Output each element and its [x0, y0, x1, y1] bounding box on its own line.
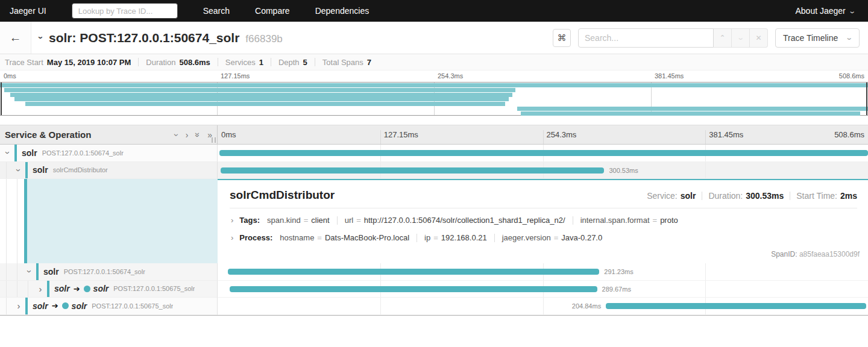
- span-duration-bar[interactable]: [228, 269, 599, 275]
- minimap-span-bar: [14, 97, 508, 101]
- search-clear-button[interactable]: ✕: [750, 28, 768, 48]
- tags-section-toggle[interactable]: ›Tags:span.kind=clienturl=http://127.0.0…: [231, 216, 857, 225]
- chevron-right-icon: ›: [231, 233, 233, 242]
- span-detail-highlight: [27, 179, 218, 263]
- summary-item: Services1: [225, 58, 263, 67]
- span-duration-bar[interactable]: [606, 303, 866, 309]
- tag-value: http://127.0.0.1:50674/solr/collection1_…: [364, 216, 565, 225]
- section-label: Process:: [239, 233, 272, 242]
- keyboard-shortcuts-button[interactable]: ⌘: [553, 29, 571, 47]
- span-row[interactable]: ›solr➔solrPOST:127.0.0.1:50675_solr204.8…: [0, 298, 868, 315]
- trace-id-lookup-input[interactable]: [72, 3, 178, 19]
- minimap-left-handle[interactable]: [1, 83, 2, 115]
- span-row[interactable]: ›solrPOST:127.0.0.1:50674_solr: [0, 145, 868, 162]
- span-duration-bar[interactable]: [230, 286, 597, 292]
- nav-link-search[interactable]: Search: [203, 6, 230, 16]
- span-row-timeline[interactable]: 204.84ms: [218, 298, 868, 315]
- span-row-timeline[interactable]: [218, 145, 868, 162]
- search-next-button[interactable]: ⌄: [732, 28, 750, 48]
- chevron-down-icon: ⌄: [845, 34, 853, 42]
- minimap-span-bar: [0, 83, 868, 87]
- trace-header-controls: ⌘ ⌃ ⌄ ✕ Trace Timeline ⌄: [553, 28, 860, 48]
- divider: [138, 58, 139, 66]
- minimap-span-bar: [10, 93, 512, 97]
- collapse-one-icon[interactable]: ›: [172, 133, 181, 136]
- back-button[interactable]: ←: [0, 22, 31, 54]
- span-row-name-cell[interactable]: ›solr➔solrPOST:127.0.0.1:50675_solr: [0, 298, 218, 315]
- span-row-timeline[interactable]: 291.23ms: [218, 263, 868, 281]
- span-row[interactable]: ›solr➔solrPOST:127.0.0.1:50675_solr289.6…: [0, 281, 868, 298]
- minimap-tick-label: 254.3ms: [438, 72, 463, 80]
- span-duration-bar[interactable]: [221, 167, 605, 174]
- collapse-span-icon[interactable]: ›: [3, 149, 13, 157]
- service-operation-header: Service & Operation ››»»: [0, 125, 218, 144]
- tree-guide-line: [17, 263, 17, 280]
- span-row-name-cell[interactable]: ›solr➔solrPOST:127.0.0.1:50675_solr: [0, 281, 218, 298]
- span-search-input[interactable]: [578, 28, 714, 48]
- section-label: Tags:: [239, 216, 260, 225]
- expand-one-icon[interactable]: ›: [186, 131, 189, 139]
- span-row-name-cell[interactable]: ›solrPOST:127.0.0.1:50674_solr: [0, 145, 218, 162]
- span-detail-title: solrCmdDistributor: [230, 189, 647, 202]
- tag-value: 192.168.0.21: [441, 233, 487, 242]
- summary-item: Depth5: [278, 58, 307, 67]
- span-operation-name: solrCmdDistributor: [53, 166, 108, 174]
- span-service-name: solr: [33, 301, 48, 311]
- span-row-timeline[interactable]: 300.53ms: [218, 162, 868, 180]
- span-duration-bar[interactable]: [219, 150, 868, 156]
- nav-link-compare[interactable]: Compare: [255, 6, 290, 16]
- timeline-tick-header: 0ms127.15ms254.3ms381.45ms508.6ms: [218, 125, 868, 144]
- collapse-all-icon[interactable]: »: [193, 133, 202, 137]
- span-detail-meta: Service:solrDuration:300.53msStart Time:…: [647, 191, 857, 201]
- span-row[interactable]: ›solrsolrCmdDistributor300.53ms: [0, 162, 868, 180]
- detail-meta-value: solr: [681, 191, 696, 201]
- nav-link-dependencies[interactable]: Dependencies: [315, 6, 370, 16]
- detail-meta-value: 2ms: [840, 191, 857, 201]
- about-jaeger-menu[interactable]: About Jaeger ⌄: [795, 6, 855, 16]
- summary-label: Services: [225, 58, 256, 67]
- summary-value: 5: [303, 58, 307, 67]
- rpc-peer-service-name: solr: [93, 284, 109, 293]
- rpc-peer-service-name: solr: [72, 301, 87, 311]
- span-detail-head: solrCmdDistributor Service:solrDuration:…: [230, 189, 857, 202]
- collapse-span-icon[interactable]: ›: [14, 166, 24, 174]
- span-color-bar: [14, 145, 17, 161]
- divider: [702, 192, 702, 200]
- back-arrow-icon: ←: [10, 31, 22, 45]
- expand-collapse-controls: ››»»: [168, 130, 212, 140]
- minimap-right-handle[interactable]: [866, 83, 867, 115]
- search-prev-button[interactable]: ⌃: [714, 28, 732, 48]
- equals-sign: =: [554, 233, 559, 242]
- tree-guide-line: [17, 281, 17, 298]
- timeline-minimap[interactable]: [0, 82, 868, 116]
- span-row-name-cell[interactable]: ›solrsolrCmdDistributor: [0, 162, 218, 180]
- tag-pair: jaeger.version=Java-0.27.0: [502, 233, 602, 242]
- command-icon: ⌘: [558, 33, 567, 43]
- detail-meta-label: Start Time:: [796, 191, 837, 201]
- minimap-tick-labels: 0ms127.15ms254.3ms381.45ms508.6ms: [0, 70, 868, 82]
- expand-span-icon[interactable]: ›: [14, 301, 23, 311]
- column-divider: [543, 130, 544, 144]
- column-resizer-handle[interactable]: [212, 137, 216, 143]
- span-row-name-cell[interactable]: ›solrPOST:127.0.0.1:50674_solr: [0, 263, 218, 281]
- span-rows-bottom: ›solrPOST:127.0.0.1:50674_solr291.23ms›s…: [0, 263, 868, 316]
- app-brand[interactable]: Jaeger UI: [0, 6, 56, 16]
- collapse-span-icon[interactable]: ›: [25, 267, 35, 276]
- rpc-service-dot-icon: [62, 302, 69, 309]
- span-row[interactable]: ›solrPOST:127.0.0.1:50674_solr291.23ms: [0, 263, 868, 281]
- span-search-group: ⌃ ⌄ ✕: [578, 28, 768, 48]
- divider: [271, 58, 271, 66]
- minimap-tick-label: 127.15ms: [221, 72, 250, 80]
- expand-span-icon[interactable]: ›: [36, 284, 45, 294]
- span-color-bar: [47, 281, 49, 298]
- trace-collapse-icon[interactable]: ›: [36, 36, 46, 39]
- rpc-arrow-icon: ➔: [74, 284, 80, 293]
- summary-label: Total Spans: [322, 58, 363, 67]
- process-section-toggle[interactable]: ›Process:hostname=Dats-MacBook-Pro.local…: [231, 233, 857, 242]
- span-row-timeline[interactable]: 289.67ms: [218, 281, 868, 298]
- span-rows-top: ›solrPOST:127.0.0.1:50674_solr›solrsolrC…: [0, 145, 868, 179]
- trace-title-group: › solr: POST:127.0.0.1:50674_solr f66839…: [40, 31, 553, 45]
- equals-sign: =: [653, 216, 658, 225]
- trace-view-select[interactable]: Trace Timeline ⌄: [775, 28, 860, 48]
- span-operation-name: POST:127.0.0.1:50674_solr: [64, 268, 145, 275]
